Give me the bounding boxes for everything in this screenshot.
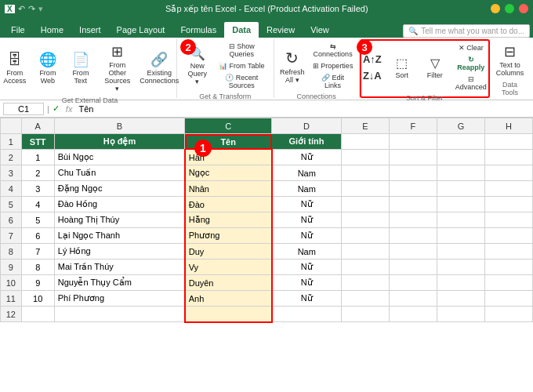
advanced-btn[interactable]: ⊟ Advanced — [452, 74, 490, 93]
cell-c4[interactable]: Nhân — [185, 181, 272, 197]
cell-a4[interactable]: 3 — [21, 181, 54, 197]
cell-a5[interactable]: 4 — [21, 197, 54, 212]
tell-me-bar[interactable]: 🔍 Tell me what you want to do... — [403, 24, 530, 38]
cell-d4[interactable]: Nam — [272, 181, 342, 197]
connections-btn[interactable]: ⇆ Connections — [310, 41, 357, 60]
cell-d9[interactable]: Nữ — [272, 260, 342, 275]
cell-b8[interactable]: Lý Hồng — [54, 244, 184, 260]
sort-btn[interactable]: ⬚ Sort — [386, 53, 418, 82]
tab-review[interactable]: Review — [259, 22, 303, 38]
empty-h1 — [484, 134, 532, 150]
maximize-btn[interactable] — [505, 4, 514, 13]
cell-d8[interactable]: Nam — [272, 244, 342, 260]
text-to-col-btn[interactable]: ⊟ Text toColumns — [492, 41, 528, 79]
tab-page-layout[interactable]: Page Layout — [109, 22, 173, 38]
existing-conn-btn[interactable]: 🔗 ExistingConnections — [139, 49, 180, 87]
col-header-e[interactable]: E — [341, 118, 389, 134]
cell-b12[interactable] — [54, 307, 184, 322]
col-header-b[interactable]: B — [54, 118, 184, 134]
formula-check[interactable]: ✓ — [53, 103, 60, 114]
cell-b11[interactable]: Phí Phương — [54, 291, 184, 307]
cell-a9[interactable]: 8 — [21, 260, 54, 275]
header-stt[interactable]: STT — [21, 134, 54, 150]
empty-f12 — [389, 307, 437, 322]
cell-c7[interactable]: Phương — [185, 228, 272, 244]
refresh-all-btn[interactable]: ↻ RefreshAll ▾ — [277, 46, 308, 86]
cell-a8[interactable]: 7 — [21, 244, 54, 260]
cell-c10[interactable]: Duyên — [185, 275, 272, 291]
properties-btn[interactable]: ⊞ Properties — [310, 60, 357, 71]
close-btn[interactable] — [519, 4, 528, 13]
cell-a7[interactable]: 6 — [21, 228, 54, 244]
undo-btn[interactable]: ↶ — [18, 4, 25, 14]
cell-c11[interactable]: Anh — [185, 291, 272, 307]
from-web-btn[interactable]: 🌐 FromWeb — [32, 49, 63, 87]
redo-btn[interactable]: ↷ — [28, 4, 35, 14]
cell-c9[interactable]: Vy — [185, 260, 272, 275]
tab-home[interactable]: Home — [33, 22, 71, 38]
header-ho-dem[interactable]: Họ đệm — [54, 134, 184, 150]
from-text-btn[interactable]: 📄 FromText — [65, 49, 96, 87]
cell-a11[interactable]: 10 — [21, 291, 54, 307]
cell-d11[interactable]: Nữ — [272, 291, 342, 307]
empty-h7 — [484, 228, 532, 244]
cell-a12[interactable] — [21, 307, 54, 322]
cell-d6[interactable]: Nữ — [272, 212, 342, 228]
cell-b3[interactable]: Chu Tuấn — [54, 165, 184, 181]
cell-b4[interactable]: Đặng Ngọc — [54, 181, 184, 197]
cell-d3[interactable]: Nam — [272, 165, 342, 181]
col-header-g[interactable]: G — [437, 118, 484, 134]
col-header-c[interactable]: C — [185, 118, 272, 134]
col-header-a[interactable]: A — [21, 118, 54, 134]
col-header-d[interactable]: D — [272, 118, 342, 134]
cell-d10[interactable]: Nữ — [272, 275, 342, 291]
from-table-btn[interactable]: 📊 From Table — [215, 60, 269, 71]
cell-c3[interactable]: Ngọc — [185, 165, 272, 181]
header-gioi-tinh[interactable]: Giới tính — [272, 134, 342, 150]
cell-b2[interactable]: Bùi Ngọc — [54, 150, 184, 165]
cell-b5[interactable]: Đào Hồng — [54, 197, 184, 212]
recent-sources-btn[interactable]: 🕐 Recent Sources — [215, 72, 269, 91]
tab-data[interactable]: Data — [224, 22, 259, 38]
show-queries-btn[interactable]: ⊟ Show Queries — [215, 41, 269, 60]
header-ten[interactable]: Tên — [185, 134, 272, 150]
row-num-5: 5 — [1, 197, 22, 212]
cell-c8[interactable]: Duy — [185, 244, 272, 260]
col-header-f[interactable]: F — [389, 118, 437, 134]
col-header-h[interactable]: H — [484, 118, 532, 134]
minimize-btn[interactable] — [491, 4, 500, 13]
filter-btn[interactable]: ▽ Filter — [419, 53, 451, 82]
cell-d5[interactable]: Nữ — [272, 197, 342, 212]
cell-a10[interactable]: 9 — [21, 275, 54, 291]
cell-b10[interactable]: Nguyễn Thụy Cẩm — [54, 275, 184, 291]
new-query-btn[interactable]: 🔍 NewQuery ▾ — [182, 44, 213, 88]
cell-c6[interactable]: Hằng — [185, 212, 272, 228]
sort-az-btn[interactable]: A↑Z — [360, 52, 385, 67]
edit-links-label: 🔗 Edit Links — [313, 74, 354, 89]
cell-a6[interactable]: 5 — [21, 212, 54, 228]
from-access-btn[interactable]: 🗄 FromAccess — [0, 49, 31, 87]
tab-file[interactable]: File — [3, 22, 33, 38]
edit-links-btn[interactable]: 🔗 Edit Links — [310, 72, 357, 91]
reapply-btn[interactable]: ↻ Reapply — [452, 54, 490, 73]
cell-d2[interactable]: Nữ — [272, 150, 342, 165]
cell-c12[interactable] — [185, 307, 272, 322]
cell-c5[interactable]: Đào — [185, 197, 272, 212]
cell-c2[interactable]: Hân — [185, 150, 272, 165]
cell-b7[interactable]: Lại Ngọc Thanh — [54, 228, 184, 244]
cell-d7[interactable]: Nữ — [272, 228, 342, 244]
sort-za-btn[interactable]: Z↓A — [360, 68, 385, 83]
cell-b6[interactable]: Hoàng Thị Thúy — [54, 212, 184, 228]
cell-d12[interactable] — [272, 307, 342, 322]
from-access-label: FromAccess — [3, 69, 26, 85]
tab-insert[interactable]: Insert — [71, 22, 109, 38]
clear-btn[interactable]: ✕ Clear — [452, 42, 490, 53]
from-other-btn[interactable]: ⊞ From OtherSources ▾ — [98, 41, 137, 95]
tab-formulas[interactable]: Formulas — [172, 22, 224, 38]
formula-input[interactable] — [78, 104, 530, 114]
tab-view[interactable]: View — [303, 22, 337, 38]
cell-a2[interactable]: 1 — [21, 150, 54, 165]
cell-a3[interactable]: 2 — [21, 165, 54, 181]
cell-b9[interactable]: Mai Trần Thúy — [54, 260, 184, 275]
cell-reference-input[interactable]: C1 — [3, 103, 44, 115]
